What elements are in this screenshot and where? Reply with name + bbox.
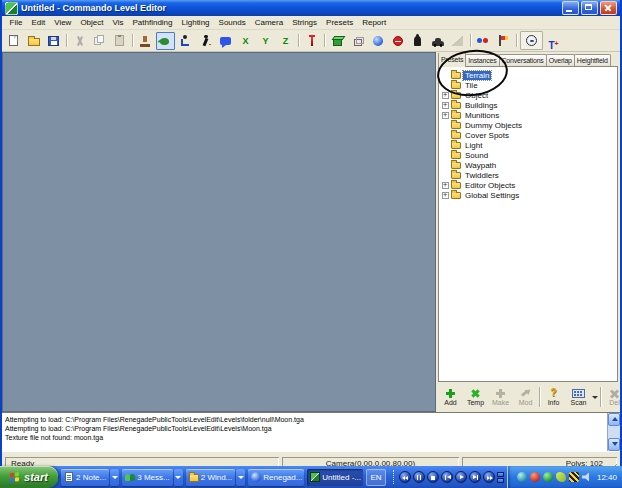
media-stop-button[interactable] <box>427 471 439 483</box>
comment-button[interactable] <box>216 32 235 50</box>
info-button[interactable]: ?Info <box>542 387 565 407</box>
log-scrollbar[interactable] <box>607 413 620 451</box>
folder-icon <box>451 122 461 129</box>
menu-item[interactable]: View <box>50 18 76 27</box>
media-previous-button[interactable] <box>441 471 453 483</box>
scroll-down-icon[interactable] <box>608 438 620 451</box>
media-play-button[interactable] <box>455 471 467 483</box>
expand-plus-icon[interactable] <box>442 112 449 119</box>
tree-item[interactable]: Sound <box>442 150 617 160</box>
taskbar-button-explorer[interactable]: 2 Wind... <box>186 469 236 486</box>
tree-item[interactable]: Munitions <box>442 110 617 120</box>
tree-item[interactable]: Dummy Objects <box>442 120 617 130</box>
tree-item[interactable]: Tile <box>442 80 617 90</box>
media-rewind-button[interactable] <box>399 471 411 483</box>
flag-button[interactable] <box>494 32 513 50</box>
drop-to-ground-button[interactable] <box>302 32 321 50</box>
tree-item[interactable]: Buildings <box>442 100 617 110</box>
group-dropdown-arrow[interactable] <box>174 469 183 486</box>
taskbar-button-renegade[interactable]: Renegad... <box>248 469 304 486</box>
taskbar-button-messenger[interactable]: 3 Mess... <box>122 469 172 486</box>
group-dropdown-arrow[interactable] <box>110 469 119 486</box>
expand-plus-icon[interactable] <box>442 182 449 189</box>
menu-item[interactable]: Strings <box>288 18 322 27</box>
save-button[interactable] <box>44 32 63 50</box>
axis-y-button[interactable]: Y <box>256 32 275 50</box>
start-button[interactable]: start <box>0 466 58 488</box>
expand-plus-icon[interactable] <box>442 92 449 99</box>
menu-item[interactable]: Edit <box>27 18 50 27</box>
volume-icon[interactable] <box>582 472 592 482</box>
copy-button[interactable] <box>90 32 109 50</box>
media-next-button[interactable] <box>469 471 481 483</box>
paint-vertex-button[interactable] <box>474 32 493 50</box>
tray-icon-5[interactable] <box>569 472 579 482</box>
title-bar[interactable]: Untitled - Commando Level Editor <box>2 0 620 16</box>
menu-item[interactable]: Object <box>76 18 108 27</box>
panel-tab[interactable]: Presets <box>438 53 466 67</box>
delete-button[interactable]: Del <box>603 387 622 407</box>
tree-item[interactable]: Editor Objects <box>442 180 617 190</box>
tree-item[interactable]: Object <box>442 90 617 100</box>
axis-z-button[interactable]: Z <box>276 32 295 50</box>
menu-item[interactable]: Report <box>358 18 391 27</box>
toggle-blockers-button[interactable] <box>388 32 407 50</box>
language-indicator[interactable]: EN <box>366 469 386 486</box>
menu-item[interactable]: Pathfinding <box>128 18 177 27</box>
menu-item[interactable]: Camera <box>250 18 287 27</box>
tree-item[interactable]: Twiddlers <box>442 170 617 180</box>
tree-item[interactable]: Light <box>442 140 617 150</box>
tray-icon-2[interactable] <box>530 472 540 482</box>
paste-button[interactable] <box>110 32 129 50</box>
text-tool-button[interactable]: T+ <box>544 32 563 50</box>
media-pause-button[interactable] <box>413 471 425 483</box>
circled-teapot-button[interactable] <box>522 32 541 50</box>
object-mode-button[interactable] <box>156 32 175 50</box>
viewport-3d[interactable] <box>2 52 436 412</box>
expand-plus-icon[interactable] <box>442 192 449 199</box>
add-button[interactable]: Add <box>439 387 462 407</box>
expand-plus-icon[interactable] <box>442 102 449 109</box>
scan-dropdown-arrow[interactable] <box>592 388 598 406</box>
menu-item[interactable]: Sounds <box>214 18 250 27</box>
close-button[interactable] <box>600 1 617 15</box>
menu-item[interactable]: File <box>5 18 27 27</box>
tray-icon-1[interactable] <box>517 472 527 482</box>
scan-button[interactable]: Scan <box>567 387 590 407</box>
temp-button[interactable]: Temp <box>464 387 487 407</box>
wireframe-view-button[interactable] <box>348 32 367 50</box>
minimize-button[interactable] <box>562 1 579 15</box>
mod-button[interactable]: Mod <box>514 387 537 407</box>
tray-icon-4[interactable] <box>556 472 566 482</box>
band-expand-buttons[interactable] <box>497 472 504 483</box>
tree-item[interactable]: Cover Spots <box>442 130 617 140</box>
media-forward-button[interactable] <box>483 471 495 483</box>
tray-icon-3[interactable] <box>543 472 553 482</box>
menu-item[interactable]: Lighting <box>177 18 214 27</box>
maximize-button[interactable] <box>581 1 598 15</box>
stamp-mode-button[interactable] <box>136 32 155 50</box>
tree-item[interactable]: Waypath <box>442 160 617 170</box>
menu-item[interactable]: Vis <box>108 18 128 27</box>
menu-item[interactable]: Presets <box>322 18 358 27</box>
tree-item[interactable]: Global Settings <box>442 190 617 200</box>
scroll-up-icon[interactable] <box>608 413 620 426</box>
vis-points-button[interactable] <box>368 32 387 50</box>
taskbar-button-label: Renegad... <box>263 473 302 482</box>
band-grip[interactable] <box>393 470 397 484</box>
vehicle-button[interactable] <box>428 32 447 50</box>
group-dropdown-arrow[interactable] <box>236 469 245 486</box>
open-button[interactable] <box>24 32 43 50</box>
axis-x-button[interactable]: X <box>236 32 255 50</box>
cut-button[interactable] <box>70 32 89 50</box>
measure-button[interactable] <box>448 32 467 50</box>
walkthrough-button[interactable] <box>196 32 215 50</box>
taskbar-button-notepad[interactable]: 2 Note... <box>61 469 109 486</box>
solid-view-button[interactable] <box>328 32 347 50</box>
new-button[interactable] <box>4 32 23 50</box>
make-button[interactable]: Make <box>489 387 512 407</box>
taskbar-button-leveledit[interactable]: Untitled -... <box>307 469 363 486</box>
character-button[interactable] <box>408 32 427 50</box>
orbit-camera-button[interactable] <box>176 32 195 50</box>
tree-item[interactable]: Terrain <box>442 70 617 80</box>
